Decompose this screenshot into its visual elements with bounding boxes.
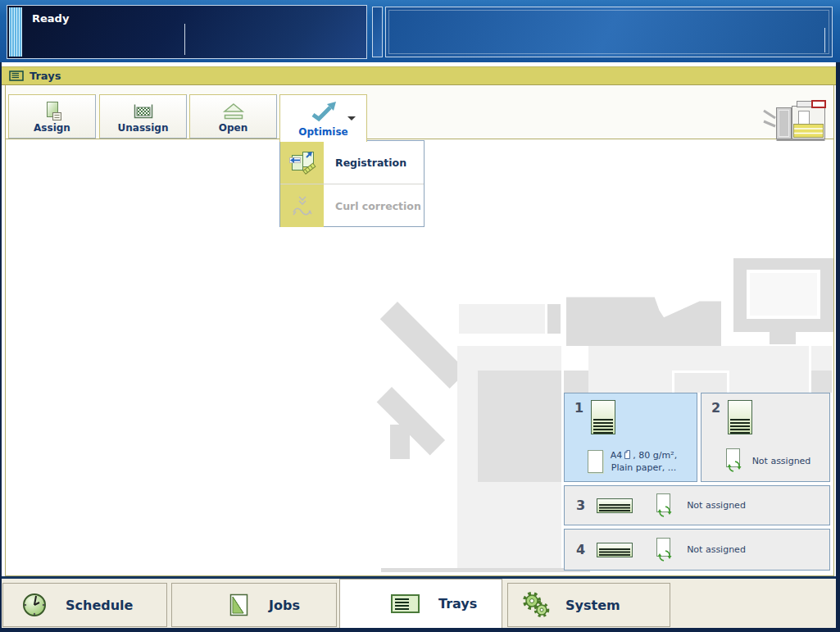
tray-1-media-type: Plain paper, ... bbox=[611, 462, 676, 473]
page-title: Trays bbox=[30, 70, 61, 82]
assign-page-icon bbox=[40, 101, 65, 122]
not-assigned-icon bbox=[724, 448, 745, 474]
status-stripe-decoration bbox=[9, 7, 22, 57]
not-assigned-icon bbox=[654, 537, 675, 563]
paper-stack-icon bbox=[591, 400, 615, 434]
unassign-tray-icon bbox=[131, 101, 156, 122]
clock-icon bbox=[21, 592, 48, 618]
document-icon bbox=[228, 593, 251, 617]
printer-illustration-block bbox=[547, 304, 561, 334]
tab-trays-selected[interactable]: Trays bbox=[339, 579, 502, 628]
status-panel-divider bbox=[184, 24, 185, 55]
flat-paper-stack-icon bbox=[597, 498, 633, 513]
optimise-check-arrow-icon bbox=[309, 101, 338, 122]
tab-system[interactable]: System bbox=[507, 583, 670, 627]
tray-2-status: Not assigned bbox=[752, 456, 811, 466]
tray-4-status: Not assigned bbox=[687, 544, 746, 555]
tray-3-number: 3 bbox=[576, 498, 585, 513]
printer-illustration-block bbox=[390, 425, 410, 459]
tray-panel-2[interactable]: 2 Not assigned bbox=[701, 393, 830, 482]
message-panel-divider bbox=[824, 28, 825, 52]
menu-item-registration[interactable]: Registration bbox=[280, 141, 424, 184]
printer-illustration-block bbox=[811, 371, 832, 393]
trays-icon bbox=[9, 70, 24, 81]
printer-status-text: Ready bbox=[32, 12, 69, 25]
optimise-button-label: Optimise bbox=[298, 126, 348, 138]
printer-illustration-monitor-screen bbox=[747, 270, 820, 319]
tray-panel-1[interactable]: 1 A4, 80 g/m², Plain paper, ... bbox=[564, 393, 697, 482]
section-title-bar: Trays bbox=[2, 66, 836, 85]
printer-illustration-feeder bbox=[566, 295, 721, 346]
message-panel bbox=[385, 7, 833, 57]
flat-paper-stack-icon bbox=[597, 543, 633, 557]
gears-icon bbox=[520, 591, 552, 619]
window-frame-right bbox=[836, 62, 840, 628]
printer-controller-window: Ready Trays Assign bbox=[0, 0, 840, 632]
printer-illustration-box bbox=[672, 371, 729, 393]
printer-illustration-deck bbox=[459, 304, 545, 334]
registration-pages-icon bbox=[288, 148, 317, 176]
tray-4-number: 4 bbox=[576, 542, 585, 557]
paper-tray-icon bbox=[391, 594, 420, 614]
tab-schedule-label: Schedule bbox=[66, 598, 133, 613]
tray-panel-3[interactable]: 3 Not assigned bbox=[564, 485, 830, 525]
open-eject-icon bbox=[222, 101, 245, 122]
tray-1-number: 1 bbox=[574, 400, 583, 416]
open-button-label: Open bbox=[219, 122, 247, 134]
paper-stack-icon bbox=[728, 400, 752, 434]
not-assigned-icon bbox=[654, 493, 675, 519]
tray-3-status: Not assigned bbox=[687, 500, 746, 511]
toolbar-separator bbox=[6, 139, 833, 139]
unassign-button[interactable]: Unassign bbox=[99, 94, 187, 139]
top-status-area: Ready bbox=[0, 0, 840, 62]
unassign-button-label: Unassign bbox=[118, 122, 169, 134]
tray-2-number: 2 bbox=[711, 400, 720, 416]
curl-correction-icon-cell bbox=[280, 184, 324, 227]
registration-icon-cell bbox=[280, 141, 324, 184]
open-button[interactable]: Open bbox=[189, 94, 277, 139]
status-panel: Ready bbox=[7, 5, 367, 59]
optimise-dropdown-menu: Registration Curl correction bbox=[279, 140, 425, 227]
chevron-down-icon bbox=[347, 116, 356, 120]
tray-1-media-size: A4 bbox=[611, 450, 623, 461]
printer-schematic-icon bbox=[762, 99, 831, 142]
tray-panel-4[interactable]: 4 Not assigned bbox=[564, 529, 830, 571]
printer-status-indicator bbox=[762, 99, 831, 145]
printer-illustration-block bbox=[564, 371, 588, 393]
narrow-blue-panel bbox=[372, 7, 383, 57]
portrait-orientation-icon bbox=[623, 449, 632, 460]
menu-item-registration-label: Registration bbox=[324, 141, 406, 184]
tab-jobs[interactable]: Jobs bbox=[171, 583, 337, 627]
tab-system-label: System bbox=[565, 598, 620, 613]
optimise-button[interactable]: Optimise bbox=[279, 94, 367, 142]
assign-button-label: Assign bbox=[34, 122, 70, 134]
window-frame-bottom bbox=[0, 628, 840, 632]
paper-preview-chip bbox=[588, 450, 603, 473]
curl-sheet-icon bbox=[290, 194, 315, 217]
printer-illustration-body-left-dark bbox=[478, 371, 561, 482]
assign-button[interactable]: Assign bbox=[8, 94, 96, 139]
tab-trays-label: Trays bbox=[438, 596, 477, 612]
tray-1-media-text: A4, 80 g/m², Plain paper, ... bbox=[611, 449, 677, 474]
tab-schedule[interactable]: Schedule bbox=[2, 583, 167, 627]
tab-jobs-label: Jobs bbox=[269, 598, 300, 613]
printer-illustration-shadow bbox=[381, 568, 590, 572]
tray-1-media-weight: , 80 g/m², bbox=[633, 450, 677, 461]
printer-illustration-monitor-stand bbox=[770, 332, 796, 344]
menu-item-curl-correction: Curl correction bbox=[280, 184, 424, 227]
menu-item-curl-correction-label: Curl correction bbox=[324, 184, 421, 227]
